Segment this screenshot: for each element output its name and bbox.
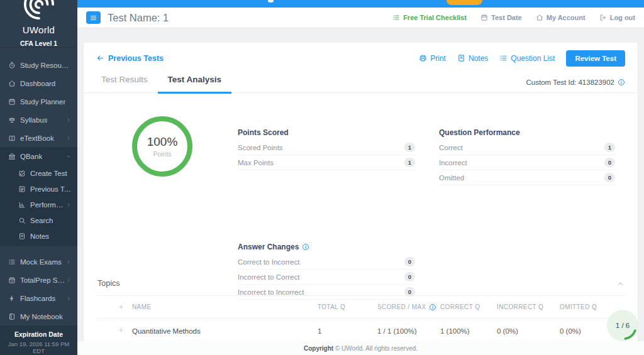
home-icon xyxy=(8,80,16,87)
brand-subtitle: CFA Level 1 xyxy=(0,40,77,47)
info-icon[interactable] xyxy=(429,303,436,311)
copyright-text: Copyright © UWorld. All rights reserved. xyxy=(304,345,418,352)
top-link-my-account[interactable]: My Account xyxy=(536,14,586,21)
plus-icon[interactable] xyxy=(118,303,125,310)
question-list-icon xyxy=(499,54,508,62)
expiration-value: Jan 19, 2026 11:59 PM EDT xyxy=(1,341,76,354)
sidebar-item-label: Mock Exams xyxy=(20,258,62,266)
sidebar-item-search[interactable]: Search xyxy=(0,212,77,228)
sidebar-item-totalprep-series[interactable]: TotalPrep Series xyxy=(0,271,77,289)
column-header-label: TOTAL Q xyxy=(318,303,345,310)
stat-label: Correct xyxy=(439,144,604,151)
info-icon[interactable] xyxy=(618,79,625,86)
sidebar-item-notes[interactable]: Notes xyxy=(0,228,77,244)
column-header-label: NAME xyxy=(132,303,152,310)
action-question-list[interactable]: Question List xyxy=(499,54,555,63)
book-icon xyxy=(8,134,16,142)
stat-row: Max Points1 xyxy=(238,155,415,170)
column-header-label: OMITTED Q xyxy=(560,303,597,310)
chevron-up-icon[interactable] xyxy=(617,280,624,287)
tab-test-analysis[interactable]: Test Analysis xyxy=(158,75,232,94)
stat-title: Question Performance xyxy=(439,128,615,137)
copyright-rest: © UWorld. All rights reserved. xyxy=(335,345,418,352)
top-link-log-out[interactable]: Log out xyxy=(599,14,635,21)
sidebar-item-label: Search xyxy=(30,217,53,224)
topics-title: Topics xyxy=(97,279,119,288)
sidebar-item-study-resources[interactable]: Study Resources xyxy=(0,56,77,74)
bank-icon xyxy=(8,153,16,160)
sidebar-item-etextbook[interactable]: eTextBook xyxy=(0,129,77,147)
sidebar-item-my-notebook[interactable]: My Notebook xyxy=(0,307,77,325)
sidebar-item-previous-tests[interactable]: Previous Tests xyxy=(0,181,77,197)
top-link-free-trial-checklist[interactable]: Free Trial Checklist xyxy=(392,14,467,21)
action-print[interactable]: Print xyxy=(419,54,446,63)
sidebar-item-dashboard[interactable]: Dashboard xyxy=(0,74,77,92)
topbar: Test Name: 1 Free Trial ChecklistTest Da… xyxy=(77,8,644,28)
column-header-incorrect-q: INCORRECT Q xyxy=(497,303,560,310)
sidebar-item-label: Study Resources xyxy=(20,62,71,69)
notebook-icon xyxy=(8,313,16,320)
custom-test-id: Custom Test Id: 413823902 xyxy=(526,79,625,86)
expiration-label: Expiration Date xyxy=(1,330,76,338)
value-badge: 1 xyxy=(404,158,415,167)
top-link-label: My Account xyxy=(547,14,586,21)
calendar-check-icon xyxy=(8,276,16,284)
edit-icon xyxy=(18,170,26,177)
topic-value-cell: 1 / 1 (100%) xyxy=(377,327,440,336)
pager-text: 1 / 6 xyxy=(607,310,638,341)
action-label: Notes xyxy=(469,54,488,63)
stat-row: Omitted0 xyxy=(439,170,615,185)
value-badge: 0 xyxy=(404,257,415,266)
sidebar-item-create-test[interactable]: Create Test xyxy=(0,165,77,181)
sidebar-item-label: Study Planner xyxy=(20,98,65,106)
column-header-name: NAME xyxy=(132,303,318,310)
column-header-label: INCORRECT Q xyxy=(497,303,543,310)
sidebar-item-label: Performance xyxy=(30,201,66,209)
top-link-label: Free Trial Checklist xyxy=(403,14,467,21)
sidebar-item-label: QBank xyxy=(20,153,42,160)
sidebar-item-label: Create Test xyxy=(30,170,67,177)
stat-row: Correct to Incorrect0 xyxy=(238,254,415,270)
topic-value-cell: 0 (0%) xyxy=(497,327,560,336)
top-links: Free Trial ChecklistTest DateMy AccountL… xyxy=(392,14,635,21)
column-header-label: CORRECT Q xyxy=(440,303,480,310)
clock-icon xyxy=(8,62,16,69)
tab-row: Test ResultsTest Analysis Custom Test Id… xyxy=(84,68,638,93)
app-root: UWorld CFA Level 1 Study ResourcesDashbo… xyxy=(0,0,644,355)
stat-label: Omitted xyxy=(439,174,604,182)
sidebar-item-study-planner[interactable]: Study Planner xyxy=(0,92,77,111)
column-header-scored-max: SCORED / MAX xyxy=(377,303,440,311)
tab-test-results[interactable]: Test Results xyxy=(91,75,158,92)
note-icon xyxy=(457,54,465,62)
plus-icon[interactable] xyxy=(118,327,125,334)
page-title: Test Name: 1 xyxy=(108,12,169,24)
sidebar-item-performance[interactable]: Performance xyxy=(0,197,77,212)
sidebar: UWorld CFA Level 1 Study ResourcesDashbo… xyxy=(0,0,77,355)
stat-row: Incorrect0 xyxy=(439,155,615,170)
calendar-icon xyxy=(480,14,488,21)
chevron-right-icon xyxy=(66,296,71,301)
home-icon xyxy=(536,14,543,21)
calendar-icon xyxy=(8,98,16,106)
menu-button[interactable] xyxy=(86,11,101,24)
previous-tests-link[interactable]: Previous Tests xyxy=(96,54,164,63)
value-badge: 0 xyxy=(604,158,615,167)
top-link-test-date[interactable]: Test Date xyxy=(480,14,522,21)
sidebar-item-flashcards[interactable]: Flashcards xyxy=(0,289,77,307)
top-link-label: Log out xyxy=(610,14,635,21)
info-icon[interactable] xyxy=(302,243,309,251)
lightning-icon xyxy=(8,295,16,302)
sidebar-item-mock-exams[interactable]: Mock Exams xyxy=(0,253,77,271)
topic-name-cell: Quantitative Methods xyxy=(132,327,318,341)
pager-badge[interactable]: 1 / 6 xyxy=(607,310,638,341)
sidebar-item-label: Previous Tests xyxy=(30,185,71,193)
main-area: Test Name: 1 Free Trial ChecklistTest Da… xyxy=(77,0,644,355)
sidebar-item-syllabus[interactable]: Syllabus xyxy=(0,111,77,129)
sidebar-item-qbank[interactable]: QBank xyxy=(0,147,77,165)
review-test-button[interactable]: Review Test xyxy=(566,50,625,67)
action-notes[interactable]: Notes xyxy=(457,54,488,63)
tabs: Test ResultsTest Analysis xyxy=(91,75,231,92)
banner-button-fragment[interactable] xyxy=(447,0,482,5)
list-box-icon xyxy=(18,185,26,193)
stat-label: Scored Points xyxy=(238,144,404,151)
